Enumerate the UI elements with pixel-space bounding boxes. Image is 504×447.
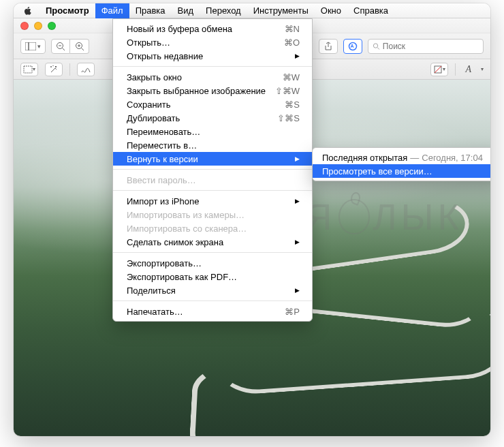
zoom-in-button[interactable] <box>70 39 89 54</box>
file-menu-item[interactable]: Вернуть к версии▶ <box>113 152 312 166</box>
svg-line-3 <box>63 48 65 50</box>
apple-logo-icon[interactable] <box>23 6 33 16</box>
submenu-arrow-icon: ▶ <box>295 238 300 245</box>
svg-line-6 <box>81 48 84 50</box>
file-menu-item[interactable]: Новый из буфера обмена⌘N <box>113 22 312 35</box>
menu-item-shortcut: ⇧⌘S <box>277 113 300 123</box>
menu-item-label: Открыть недавние <box>127 51 203 61</box>
svg-line-11 <box>377 47 379 49</box>
menubar-item-navigate[interactable]: Переход <box>200 3 247 18</box>
svg-point-10 <box>373 43 377 47</box>
menu-item-shortcut: ⇧⌘W <box>275 86 300 96</box>
menu-item-label: Закрыть окно <box>127 72 182 82</box>
menu-item-label: Сделать снимок экрана <box>127 237 223 247</box>
menu-item-shortcut: ⌘N <box>285 24 300 34</box>
file-menu-item: Импортировать со сканера… <box>113 221 312 235</box>
menu-item-label: Импортировать со сканера… <box>127 224 247 234</box>
file-menu-item[interactable]: Переместить в… <box>113 138 312 152</box>
menu-item-label: Закрыть выбранное изображение <box>127 86 266 96</box>
watermark: Я ЛЫК <box>305 196 463 238</box>
menubar-app-name[interactable]: Просмотр <box>40 3 95 18</box>
file-menu-item[interactable]: Закрыть окно⌘W <box>113 70 312 84</box>
svg-line-16 <box>435 66 441 73</box>
file-menu-item[interactable]: Сохранить⌘S <box>113 97 312 111</box>
system-menubar: Просмотр Файл Правка Вид Переход Инструм… <box>14 3 490 18</box>
file-menu-item: Ввести пароль… <box>113 173 312 187</box>
menubar-item-window[interactable]: Окно <box>315 3 347 18</box>
markup-toggle-button[interactable] <box>343 39 362 54</box>
menu-item-shortcut: ⌘W <box>283 72 300 82</box>
svg-rect-0 <box>25 42 29 50</box>
menu-item-label: Экспортировать как PDF… <box>127 272 237 282</box>
svg-point-13 <box>50 66 52 67</box>
file-menu-item[interactable]: Дублировать⇧⌘S <box>113 111 312 125</box>
menu-item-label: Открыть… <box>127 37 170 48</box>
file-menu-item[interactable]: Поделиться▶ <box>113 283 312 297</box>
svg-point-14 <box>52 65 53 65</box>
menu-item-shortcut: ⌘O <box>284 37 300 48</box>
border-color-button[interactable]: ▾ <box>430 63 448 76</box>
menubar-item-file[interactable]: Файл <box>95 3 129 18</box>
revert-to-version-submenu: Последняя открытая — Сегодня, 17:04 Прос… <box>312 147 490 181</box>
submenu-last-opened[interactable]: Последняя открытая — Сегодня, 17:04 <box>313 151 490 164</box>
file-menu-item[interactable]: Экспортировать… <box>113 256 312 270</box>
text-style-button[interactable]: A <box>462 64 474 75</box>
search-input[interactable] <box>383 42 479 51</box>
menu-item-label: Импорт из iPhone <box>127 196 199 206</box>
file-menu-item[interactable]: Закрыть выбранное изображение⇧⌘W <box>113 84 312 97</box>
menu-item-label: Переименовать… <box>127 127 200 137</box>
file-menu-item[interactable]: Переименовать… <box>113 125 312 138</box>
draw-tool-button[interactable] <box>77 63 95 76</box>
submenu-browse-all-versions[interactable]: Просмотреть все версии… <box>313 164 490 178</box>
menubar-item-tools[interactable]: Инструменты <box>247 3 315 18</box>
file-menu-item[interactable]: Открыть…⌘O <box>113 35 312 49</box>
menu-item-label: Напечатать… <box>127 307 183 317</box>
menu-item-label: Поделиться <box>127 286 176 296</box>
apple-outline-icon <box>338 199 370 234</box>
file-menu-item[interactable]: Сделать снимок экрана▶ <box>113 235 312 249</box>
zoom-out-button[interactable] <box>51 39 70 54</box>
file-menu-dropdown: Новый из буфера обмена⌘NОткрыть…⌘OОткрыт… <box>112 18 313 322</box>
menu-item-label: Экспортировать… <box>127 258 202 268</box>
menubar-item-view[interactable]: Вид <box>172 3 200 18</box>
submenu-arrow-icon: ▶ <box>295 287 300 294</box>
menu-item-shortcut: ⌘P <box>285 307 300 317</box>
menu-item-label: Переместить в… <box>127 140 197 151</box>
menu-item-label: Ввести пароль… <box>127 175 196 185</box>
instant-alpha-button[interactable] <box>45 63 63 76</box>
file-menu-item[interactable]: Напечатать…⌘P <box>113 305 312 318</box>
menu-item-label: Дублировать <box>127 113 180 123</box>
menu-item-label: Новый из буфера обмена <box>127 24 232 34</box>
search-icon <box>373 42 380 50</box>
file-menu-item[interactable]: Импорт из iPhone▶ <box>113 194 312 208</box>
menubar-item-help[interactable]: Справка <box>347 3 394 18</box>
sidebar-view-button[interactable]: ▾ <box>20 39 46 54</box>
svg-rect-1 <box>29 42 36 50</box>
menu-item-label: Импортировать из камеры… <box>127 210 245 220</box>
minimize-window-button[interactable] <box>34 22 42 30</box>
submenu-arrow-icon: ▶ <box>295 52 300 59</box>
window-controls <box>20 22 56 30</box>
menu-item-label: Сохранить <box>127 99 171 110</box>
submenu-arrow-icon: ▶ <box>295 155 300 162</box>
file-menu-item: Импортировать из камеры… <box>113 208 312 221</box>
fullscreen-window-button[interactable] <box>48 22 56 30</box>
share-button[interactable] <box>319 39 338 54</box>
menu-item-shortcut: ⌘S <box>285 99 300 110</box>
file-menu-item[interactable]: Открыть недавние▶ <box>113 49 312 63</box>
close-window-button[interactable] <box>20 22 29 30</box>
search-field[interactable] <box>368 39 484 54</box>
selection-tool-button[interactable]: ▾ <box>20 63 38 76</box>
submenu-arrow-icon: ▶ <box>295 198 300 204</box>
menubar-item-edit[interactable]: Правка <box>129 3 172 18</box>
svg-rect-12 <box>24 66 32 73</box>
menu-item-label: Вернуть к версии <box>127 154 198 164</box>
file-menu-item[interactable]: Экспортировать как PDF… <box>113 270 312 283</box>
